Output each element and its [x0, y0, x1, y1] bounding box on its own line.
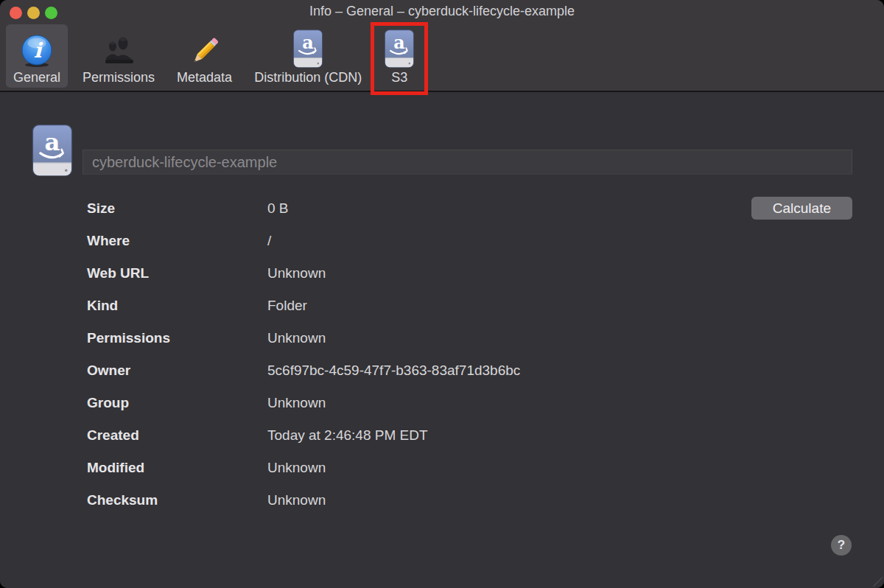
info-window: Info – General – cyberduck-lifecycle-exa… — [0, 0, 884, 588]
general-panel: a Size 0 B Where / Web URL Unknown Kind … — [0, 92, 884, 588]
detail-row-where: Where / — [87, 225, 884, 257]
details-list: Size 0 B Where / Web URL Unknown Kind Fo… — [0, 192, 884, 517]
row-value: Folder — [267, 298, 884, 314]
tab-metadata[interactable]: Metadata — [169, 24, 239, 88]
amazon-drive-icon: a — [292, 29, 323, 68]
row-label: Group — [87, 395, 267, 411]
window-title: Info – General – cyberduck-lifecycle-exa… — [0, 0, 884, 21]
detail-row-modified: Modified Unknown — [87, 452, 884, 484]
row-value: Unknown — [267, 330, 884, 346]
tab-general[interactable]: i General — [6, 24, 68, 88]
row-value: Today at 2:46:48 PM EDT — [267, 427, 884, 444]
pencil-icon — [188, 29, 222, 68]
svg-text:a: a — [393, 32, 404, 53]
row-value: Unknown — [267, 395, 884, 411]
tab-label-permissions: Permissions — [83, 70, 155, 85]
toolbar-tabs: i General — [6, 24, 422, 88]
detail-row-web-url: Web URL Unknown — [87, 257, 884, 290]
row-label: Web URL — [87, 265, 267, 281]
tab-distribution-cdn[interactable]: a Distribution (CDN) — [247, 24, 369, 88]
amazon-drive-icon: a — [384, 29, 415, 68]
detail-row-created: Created Today at 2:46:48 PM EDT — [87, 419, 884, 452]
tab-label-distribution-cdn: Distribution (CDN) — [254, 70, 362, 85]
row-label: Created — [87, 427, 267, 444]
svg-text:a: a — [45, 128, 60, 156]
row-label: Where — [87, 233, 267, 249]
toolbar: i General — [0, 21, 884, 92]
detail-row-checksum: Checksum Unknown — [87, 484, 884, 517]
row-label: Checksum — [87, 492, 267, 508]
row-label: Size — [87, 200, 267, 217]
detail-row-group: Group Unknown — [87, 387, 884, 419]
info-icon: i — [21, 29, 53, 68]
tab-label-metadata: Metadata — [177, 70, 232, 85]
tab-label-general: General — [13, 70, 60, 85]
tab-label-s3: S3 — [391, 70, 407, 85]
row-label: Permissions — [87, 330, 267, 346]
svg-text:a: a — [302, 32, 313, 53]
amazon-drive-icon: a — [31, 125, 74, 176]
row-value: 5c6f97bc-4c59-47f7-b363-83af71d3b6bc — [267, 363, 884, 379]
row-value: / — [267, 233, 884, 249]
calculate-button[interactable]: Calculate — [751, 197, 852, 220]
tab-s3[interactable]: a S3 — [376, 24, 422, 88]
detail-row-permissions: Permissions Unknown — [87, 322, 884, 354]
help-button[interactable]: ? — [831, 535, 852, 556]
people-icon — [101, 29, 136, 68]
row-value: Unknown — [267, 492, 884, 508]
row-value: Unknown — [267, 265, 884, 281]
row-value: Unknown — [267, 460, 884, 476]
titlebar: Info – General – cyberduck-lifecycle-exa… — [0, 0, 884, 21]
row-label: Kind — [87, 298, 267, 314]
row-label: Owner — [87, 363, 267, 379]
detail-row-owner: Owner 5c6f97bc-4c59-47f7-b363-83af71d3b6… — [87, 354, 884, 387]
filename-input[interactable] — [83, 150, 852, 175]
resize-grip[interactable] — [871, 575, 883, 587]
row-label: Modified — [87, 460, 267, 476]
detail-row-kind: Kind Folder — [87, 290, 884, 322]
tab-permissions[interactable]: Permissions — [75, 24, 162, 88]
